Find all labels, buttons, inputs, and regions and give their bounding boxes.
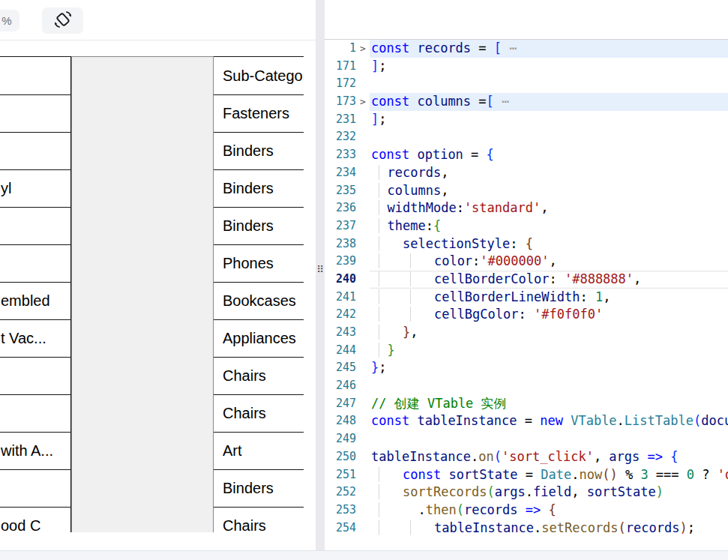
table-cell[interactable]: yl (0, 170, 70, 208)
table-cell[interactable]: Phones (214, 245, 304, 283)
table-cell[interactable] (0, 358, 70, 395)
code-line[interactable]: 245}; (325, 359, 728, 377)
table-cell[interactable]: Chairs (214, 508, 304, 532)
code-line[interactable]: 254 tableInstance.setRecords(records); (325, 520, 728, 538)
vtable[interactable]: ylembledt Vac...with A...ood CSub-Catego… (0, 56, 304, 532)
table-cell[interactable]: Chairs (214, 358, 304, 395)
code-text (370, 377, 728, 395)
code-line[interactable]: 232 (325, 128, 728, 146)
code-editor[interactable]: 1>const records = [ ⋯171];172173>const c… (325, 40, 728, 541)
rotate-device-button[interactable] (42, 7, 83, 34)
line-number: 245 (325, 359, 356, 377)
code-text: const records = [ ⋯ (370, 40, 728, 58)
table-cell[interactable]: Binders (214, 208, 304, 245)
table-cell[interactable] (0, 95, 70, 133)
fold-gutter (356, 289, 370, 307)
code-line[interactable]: 239 color:'#000000', (325, 253, 728, 271)
code-line[interactable]: 253 .then(records => { (325, 502, 728, 520)
code-line[interactable]: 173>const columns =[ ⋯ (325, 93, 728, 111)
code-line[interactable]: 244 } (325, 342, 728, 360)
percent-button[interactable]: % (0, 10, 19, 31)
bottom-bar (0, 550, 728, 560)
code-text: sortRecords(args.field, sortState) (370, 484, 728, 502)
pane-divider[interactable]: ⠿ (316, 0, 325, 560)
line-number: 247 (325, 395, 356, 413)
code-text: selectionStyle: { (370, 235, 728, 253)
table-cell[interactable]: Bookcases (214, 283, 304, 320)
fold-gutter (356, 342, 370, 360)
fold-gutter (356, 520, 370, 538)
code-line[interactable]: 240 cellBorderColor: '#888888', (325, 271, 728, 289)
selected-column-overlay[interactable] (71, 56, 214, 532)
code-line[interactable]: 234 records, (325, 164, 728, 182)
table-cell[interactable]: Art (214, 433, 304, 470)
code-line[interactable]: 243 }, (325, 324, 728, 342)
code-line[interactable]: 250tableInstance.on('sort_click', args =… (325, 448, 728, 466)
line-number: 251 (325, 466, 356, 484)
code-line[interactable]: 248const tableInstance = new VTable.List… (325, 412, 728, 430)
line-number: 253 (325, 502, 356, 520)
code-line[interactable]: 237 theme:{ (325, 217, 728, 235)
line-number: 248 (325, 412, 356, 430)
line-number: 231 (325, 111, 356, 129)
drag-handle-icon[interactable]: ⠿ (316, 263, 325, 277)
fold-gutter (356, 164, 370, 182)
table-demo-pane: % ylembledt Vac...with A...ood CSub-Cate… (0, 0, 316, 560)
code-text: color:'#000000', (370, 253, 728, 271)
line-number: 233 (325, 146, 356, 164)
table-cell[interactable]: embled (0, 283, 70, 320)
code-line[interactable]: 172 (325, 75, 728, 93)
code-line[interactable]: 247// 创建 VTable 实例 (325, 395, 728, 413)
table-cell[interactable]: Appliances (214, 320, 304, 358)
line-number: 237 (325, 217, 356, 235)
fold-gutter (356, 199, 370, 217)
fold-gutter (356, 235, 370, 253)
code-line[interactable]: 249 (325, 430, 728, 448)
table-cell[interactable]: Binders (214, 470, 304, 508)
code-line[interactable]: 238 selectionStyle: { (325, 235, 728, 253)
fold-gutter (356, 271, 370, 289)
fold-gutter (356, 128, 370, 146)
table-cell[interactable] (0, 395, 70, 433)
fold-gutter (356, 111, 370, 129)
fold-chevron-icon[interactable]: > (356, 93, 370, 111)
code-line[interactable]: 242 cellBgColor: '#f0f0f0' (325, 306, 728, 324)
line-number: 232 (325, 128, 356, 146)
fold-chevron-icon[interactable]: > (356, 40, 370, 58)
code-text (370, 128, 728, 146)
table-cell[interactable]: with A... (0, 433, 70, 470)
fold-gutter (356, 324, 370, 342)
code-line[interactable]: 171]; (325, 58, 728, 76)
table-cell[interactable] (0, 133, 70, 170)
code-line[interactable]: 252 sortRecords(args.field, sortState) (325, 484, 728, 502)
table-cell[interactable] (0, 245, 70, 283)
line-number: 1 (325, 40, 356, 58)
code-line[interactable]: 236 widthMode:'standard', (325, 199, 728, 217)
code-text: cellBorderColor: '#888888', (370, 271, 728, 289)
code-line[interactable]: 241 cellBorderLineWidth: 1, (325, 289, 728, 307)
code-line[interactable]: 233const option = { (325, 146, 728, 164)
code-line[interactable]: 246 (325, 377, 728, 395)
line-number: 250 (325, 448, 356, 466)
code-editor-pane: 1>const records = [ ⋯171];172173>const c… (325, 0, 728, 560)
code-line[interactable]: 235 columns, (325, 182, 728, 200)
table-cell[interactable] (0, 208, 70, 245)
table-cell[interactable]: t Vac... (0, 320, 70, 358)
frozen-column: ylembledt Vac...with A...ood C (0, 56, 71, 532)
table-header-cell[interactable] (0, 56, 70, 95)
table-cell[interactable]: Binders (214, 170, 304, 208)
table-cell[interactable]: Chairs (214, 395, 304, 433)
code-line[interactable]: 1>const records = [ ⋯ (325, 40, 728, 58)
demo-toolbar: % (0, 0, 316, 40)
code-line[interactable]: 251 const sortState = Date.now() % 3 ===… (325, 466, 728, 484)
table-header-cell[interactable]: Sub-Category (214, 56, 304, 95)
editor-top-strip (325, 0, 728, 40)
table-cell[interactable]: ood C (0, 508, 70, 532)
fold-gutter (356, 412, 370, 430)
table-cell[interactable]: Fasteners (214, 95, 304, 133)
fold-gutter (356, 75, 370, 93)
code-line[interactable]: 231]; (325, 111, 728, 129)
table-cell[interactable]: Binders (214, 133, 304, 170)
table-cell[interactable] (0, 470, 70, 508)
code-text: ]; (370, 58, 728, 76)
